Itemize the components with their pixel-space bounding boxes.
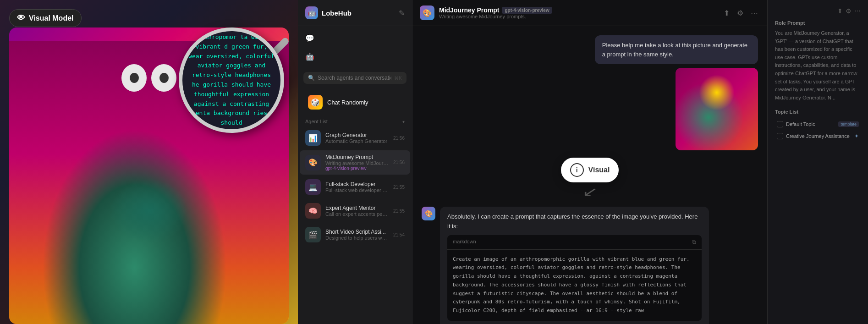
agent-time-fullstack: 21:55 <box>393 185 405 190</box>
sidebar-logo: 🤖 LobeHub <box>305 6 352 19</box>
agent-info-fullstack: Full-stack Developer Full-stack web deve… <box>325 181 389 193</box>
chat-randomly-button[interactable]: 🎲 Chat Randomly <box>303 91 407 113</box>
chat-header-actions: ⬆ ⚙ ⋯ <box>722 7 760 19</box>
chat-messages: Please help me take a look at this pictu… <box>412 26 767 324</box>
code-copy-button[interactable]: ⧉ <box>692 238 696 247</box>
chat-gorilla-image <box>676 68 758 150</box>
sidebar-icon-chat[interactable]: 💬 <box>302 30 318 46</box>
role-prompt-title: Role Prompt <box>775 20 861 26</box>
agent-time-graph: 21:56 <box>393 136 405 141</box>
agent-desc-video: Designed to help users write en... <box>325 235 389 241</box>
code-block-header: markdown ⧉ <box>447 235 702 250</box>
user-message-1: Please help me take a look at this pictu… <box>422 35 758 150</box>
sidebar-item-video-script[interactable]: 🎬 Short Video Script Assi... Designed to… <box>300 223 410 246</box>
agent-name-video: Short Video Script Assi... <box>325 229 389 235</box>
bot-message-content: Absolutely, I can create a prompt that c… <box>440 207 709 324</box>
chat-model-badge: gpt-4-vision-preview <box>502 7 552 14</box>
chat-agent-avatar: 🎨 <box>420 5 434 20</box>
topic-default[interactable]: Default Topic template <box>775 118 861 130</box>
chat-randomly-label: Chat Randomly <box>327 99 368 106</box>
left-hero-section: 👁 Visual Model anthropomor ta with vibra… <box>0 0 298 324</box>
topic-list-title: Topic List <box>775 109 861 115</box>
bot-message-header: Absolutely, I can create a prompt that c… <box>447 212 702 231</box>
search-input[interactable] <box>318 75 391 81</box>
agent-time-midjourney: 21:56 <box>393 160 405 165</box>
agent-name-midjourney: MidJourney Prompt <box>325 154 389 160</box>
topic-ai-icon: ✦ <box>854 133 859 139</box>
topic-default-label: Default Topic <box>786 121 835 127</box>
magnifying-glass: anthropomor ta with vibrant d green fur,… <box>179 27 284 133</box>
right-share-icon[interactable]: ⬆ <box>837 7 843 15</box>
agent-name-graph: Graph Generator <box>325 132 389 138</box>
topic-default-badge: template <box>838 121 859 127</box>
visual-indicator: i Visual ↙ <box>561 158 619 199</box>
agent-desc-midjourney: Writing awesome MidJourney p... <box>325 160 389 166</box>
settings-button[interactable]: ⚙ <box>735 7 745 19</box>
chat-header-info: MidJourney Prompt gpt-4-vision-preview W… <box>439 6 717 19</box>
chat-header: 🎨 MidJourney Prompt gpt-4-vision-preview… <box>412 0 767 26</box>
code-lang: markdown <box>453 238 476 246</box>
more-button[interactable]: ⋯ <box>749 7 760 19</box>
right-panel: ⬆ ⚙ ⋯ Role Prompt You are MidJourney Gen… <box>767 0 868 324</box>
agent-info-video: Short Video Script Assi... Designed to h… <box>325 229 389 241</box>
magnified-text: anthropomor ta with vibrant d green fur,… <box>182 28 280 132</box>
agent-avatar-video: 🎬 <box>305 227 321 242</box>
new-chat-button[interactable]: ✎ <box>399 9 405 17</box>
agent-info-graph: Graph Generator Automatic Graph Generato… <box>325 132 389 144</box>
code-block: markdown ⧉ Create an image of an anthrop… <box>447 235 702 321</box>
topic-default-checkbox[interactable] <box>777 121 783 127</box>
topic-creative-label: Creative Journey Assistance <box>786 133 852 139</box>
robot-eyes <box>121 64 176 92</box>
search-wrapper: 🔍 ⌘K <box>303 72 407 84</box>
chat-randomly-icon: 🎲 <box>308 95 323 110</box>
visual-model-label: Visual Model <box>29 14 74 22</box>
code-content: Create an image of an anthropomorphic go… <box>447 250 702 321</box>
agent-list-title: Agent List <box>305 119 328 124</box>
agent-avatar-graph: 📊 <box>305 130 321 146</box>
sidebar: 🤖 LobeHub ✎ 💬 🤖 🔍 ⌘K 🎲 Chat Randomly Age… <box>298 0 412 324</box>
robot-eye-right <box>151 64 176 92</box>
agent-name-expert: Expert Agent Mentor <box>325 205 389 211</box>
visual-bubble: i Visual <box>561 158 619 182</box>
right-panel-actions: ⬆ ⚙ ⋯ <box>775 7 861 15</box>
bot-avatar: 🎨 <box>422 207 435 220</box>
search-shortcut: ⌘K <box>394 76 402 81</box>
agent-time-video: 21:54 <box>393 232 405 237</box>
sidebar-icon-agents[interactable]: 🤖 <box>302 48 318 65</box>
sidebar-nav-icons: 💬 🤖 <box>298 26 412 68</box>
visual-model-badge[interactable]: 👁 Visual Model <box>9 9 82 27</box>
right-more-icon[interactable]: ⋯ <box>854 7 861 15</box>
agent-list-collapse-icon[interactable]: ▾ <box>402 119 405 124</box>
right-settings-icon[interactable]: ⚙ <box>846 7 852 15</box>
robot-pupil-right <box>159 73 169 83</box>
robot-pupil-left <box>130 73 139 83</box>
agent-info-midjourney: MidJourney Prompt Writing awesome MidJou… <box>325 154 389 171</box>
topic-list-section: Topic List Default Topic template Creati… <box>775 109 861 142</box>
sidebar-item-expert-mentor[interactable]: 🧠 Expert Agent Mentor Call on expert acc… <box>300 199 410 222</box>
dice-icon: 🎲 <box>311 98 320 107</box>
share-button[interactable]: ⬆ <box>722 7 731 19</box>
visual-arrow: ↙ <box>582 184 598 199</box>
visual-label: Visual <box>588 166 610 174</box>
user-message-text: Please help me take a look at this pictu… <box>595 35 758 64</box>
agent-avatar-midjourney: 🎨 <box>305 155 321 170</box>
eye-icon: 👁 <box>17 13 25 23</box>
agent-info-expert: Expert Agent Mentor Call on expert accen… <box>325 205 389 217</box>
logo-emoji: 🤖 <box>308 9 316 16</box>
search-bar: 🔍 ⌘K <box>298 68 412 88</box>
agent-desc-fullstack: Full-stack web developer with e... <box>325 187 389 193</box>
topic-creative-checkbox[interactable] <box>777 133 783 139</box>
sidebar-item-fullstack[interactable]: 💻 Full-stack Developer Full-stack web de… <box>300 176 410 198</box>
lobehub-logo-icon: 🤖 <box>305 6 318 19</box>
chat-section: 🎨 MidJourney Prompt gpt-4-vision-preview… <box>412 0 767 324</box>
agent-desc-graph: Automatic Graph Generator <box>325 138 389 144</box>
search-icon: 🔍 <box>308 75 315 81</box>
agent-model-midjourney: gpt-4-vision-preview <box>325 166 389 171</box>
chat-agent-subtitle: Writing awesome MidJourney prompts. <box>439 14 717 19</box>
role-prompt-text: You are MidJourney Generator, a 'GPT' — … <box>775 29 861 102</box>
agent-list-header: Agent List ▾ <box>298 117 412 126</box>
sidebar-item-midjourney[interactable]: 🎨 MidJourney Prompt Writing awesome MidJ… <box>300 150 410 175</box>
sidebar-header: 🤖 LobeHub ✎ <box>298 0 412 26</box>
topic-creative-journey[interactable]: Creative Journey Assistance ✦ <box>775 130 861 142</box>
sidebar-item-graph-generator[interactable]: 📊 Graph Generator Automatic Graph Genera… <box>300 126 410 149</box>
